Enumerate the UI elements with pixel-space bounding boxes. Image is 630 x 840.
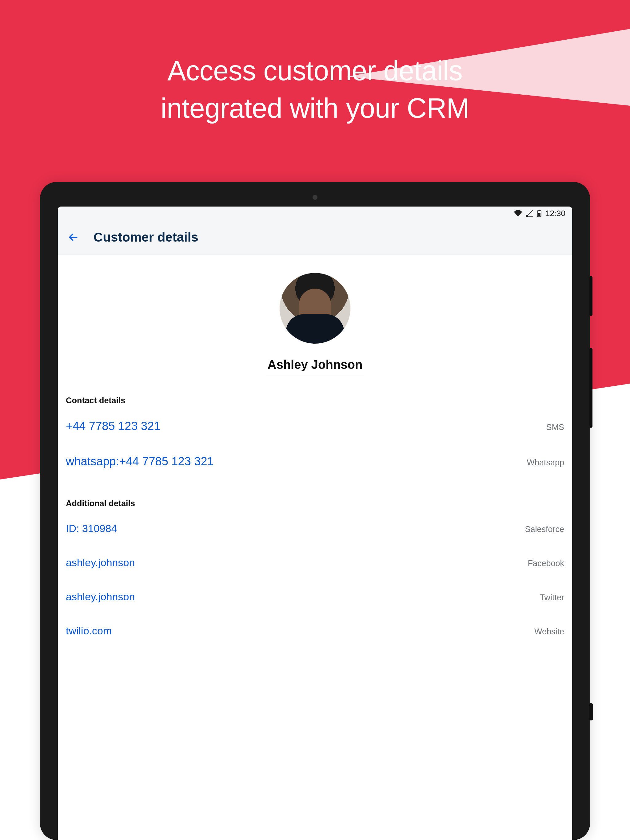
headline-line2: integrated with your CRM bbox=[161, 93, 469, 123]
contact-value: whatsapp:+44 7785 123 321 bbox=[66, 455, 214, 468]
content-area: Ashley Johnson Contact details +44 7785 … bbox=[58, 254, 572, 648]
wifi-icon bbox=[514, 210, 522, 217]
app-bar: Customer details bbox=[58, 220, 572, 254]
svg-rect-2 bbox=[538, 213, 540, 216]
contact-value: +44 7785 123 321 bbox=[66, 420, 160, 433]
svg-rect-1 bbox=[539, 210, 540, 210]
additional-value: ashley.johnson bbox=[66, 591, 135, 603]
contact-row-sms[interactable]: +44 7785 123 321 SMS bbox=[66, 409, 564, 444]
additional-row-facebook[interactable]: ashley.johnson Facebook bbox=[66, 546, 564, 579]
additional-tag: Twitter bbox=[540, 593, 564, 602]
contact-tag: SMS bbox=[546, 423, 564, 432]
headline-line1: Access customer details bbox=[168, 55, 463, 86]
name-underline bbox=[266, 376, 364, 376]
cell-signal-icon bbox=[526, 210, 533, 217]
tablet-frame: 12:30 Customer details Ashley Johnson Co… bbox=[40, 182, 590, 840]
marketing-headline: Access customer details integrated with … bbox=[0, 52, 630, 127]
device-volume-button bbox=[589, 348, 592, 428]
contact-row-whatsapp[interactable]: whatsapp:+44 7785 123 321 Whatsapp bbox=[66, 444, 564, 479]
back-button[interactable] bbox=[67, 231, 79, 243]
additional-row-twitter[interactable]: ashley.johnson Twitter bbox=[66, 579, 564, 614]
screen: 12:30 Customer details Ashley Johnson Co… bbox=[58, 207, 572, 840]
additional-row-salesforce[interactable]: ID: 310984 Salesforce bbox=[66, 512, 564, 546]
additional-tag: Website bbox=[534, 627, 564, 636]
customer-name: Ashley Johnson bbox=[66, 358, 564, 376]
section-contact-label: Contact details bbox=[66, 396, 564, 406]
status-bar: 12:30 bbox=[58, 207, 572, 220]
additional-row-website[interactable]: twilio.com Website bbox=[66, 614, 564, 648]
page-title: Customer details bbox=[93, 230, 198, 245]
additional-tag: Salesforce bbox=[525, 525, 564, 534]
additional-value: ashley.johnson bbox=[66, 557, 135, 568]
device-power-button bbox=[589, 276, 592, 316]
additional-tag: Facebook bbox=[527, 559, 564, 568]
section-additional-label: Additional details bbox=[66, 499, 564, 508]
contact-tag: Whatsapp bbox=[527, 458, 564, 467]
battery-icon bbox=[537, 210, 542, 217]
avatar bbox=[280, 273, 350, 344]
status-time: 12:30 bbox=[545, 209, 565, 218]
additional-value: twilio.com bbox=[66, 625, 112, 637]
device-side-button bbox=[589, 703, 593, 720]
additional-value: ID: 310984 bbox=[66, 523, 117, 534]
